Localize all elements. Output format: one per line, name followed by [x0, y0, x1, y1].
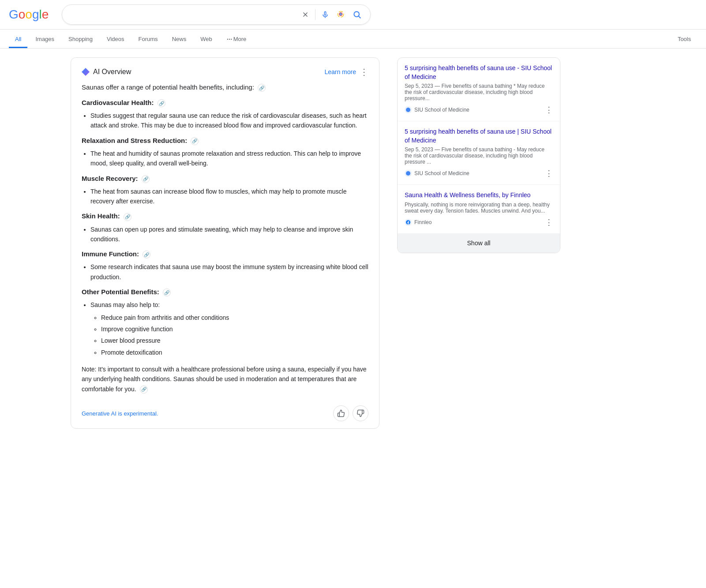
- ai-header-right: Learn more ⋮: [324, 67, 368, 77]
- ai-section-relaxation: Relaxation and Stress Reduction: 🔗 The h…: [82, 137, 368, 169]
- more-dots-icon: [226, 36, 233, 42]
- result-date-2: Sep 5, 2023 — Five benefits of sauna bat…: [405, 146, 553, 165]
- ai-section-cardiovascular: Cardiovascular Health: 🔗 Studies suggest…: [82, 99, 368, 131]
- ai-title: AI Overview: [93, 68, 131, 76]
- ai-section-muscle: Muscle Recovery: 🔗 The heat from saunas …: [82, 175, 368, 206]
- list-item: Lower blood pressure: [101, 336, 368, 345]
- ai-header: AI Overview Learn more ⋮: [82, 67, 368, 77]
- divider: [315, 9, 315, 20]
- section-content-skin: Saunas can open up pores and stimulate s…: [82, 225, 368, 244]
- tab-all[interactable]: All: [9, 31, 27, 48]
- section-title-relaxation: Relaxation and Stress Reduction: 🔗: [82, 137, 368, 145]
- learn-more-link[interactable]: Learn more: [324, 68, 356, 75]
- tab-images[interactable]: Images: [29, 31, 60, 48]
- source-icon-2: [405, 170, 412, 177]
- source-info-1: SIU School of Medicine: [405, 106, 469, 113]
- svg-point-7: [229, 38, 229, 39]
- section-content-relaxation: The heat and humidity of saunas promote …: [82, 149, 368, 169]
- search-icons: [299, 8, 363, 21]
- header: Google sauna benefits: [0, 0, 706, 30]
- show-all-button[interactable]: Show all: [398, 233, 560, 253]
- result-source-2: SIU School of Medicine ⋮: [405, 169, 553, 178]
- source-icon-1: [405, 106, 412, 113]
- ai-footer: Generative AI is experimental.: [82, 401, 368, 421]
- other-link-icon[interactable]: 🔗: [163, 288, 171, 296]
- section-title-cardiovascular: Cardiovascular Health: 🔗: [82, 99, 368, 107]
- result-title-2[interactable]: 5 surprising health benefits of sauna us…: [405, 127, 553, 145]
- section-content-immune: Some research indicates that sauna use m…: [82, 262, 368, 282]
- intro-link-icon[interactable]: 🔗: [258, 84, 266, 92]
- clear-button[interactable]: [299, 8, 312, 21]
- immune-link-icon[interactable]: 🔗: [143, 251, 150, 258]
- ai-diamond-icon: [82, 68, 90, 76]
- section-title-immune: Immune Function: 🔗: [82, 250, 368, 258]
- result-date-1: Sep 5, 2023 — Five benefits of sauna bat…: [405, 83, 553, 101]
- right-results-card: 5 surprising health benefits of sauna us…: [397, 57, 560, 253]
- source-info-3: Finnleo: [405, 219, 432, 226]
- section-content-cardiovascular: Studies suggest that regular sauna use c…: [82, 111, 368, 131]
- cardiovascular-link-icon[interactable]: 🔗: [158, 99, 165, 107]
- thumbs-down-icon: [357, 409, 364, 417]
- search-input[interactable]: sauna benefits: [69, 11, 295, 19]
- ai-overview-box: AI Overview Learn more ⋮ Saunas offer a …: [71, 57, 379, 429]
- list-item: Reduce pain from arthritis and other con…: [101, 313, 368, 322]
- svg-point-4: [354, 11, 360, 17]
- source-icon-3: [405, 219, 412, 226]
- list-item: Promote detoxification: [101, 348, 368, 357]
- content-right: 5 surprising health benefits of sauna us…: [397, 57, 560, 438]
- ai-header-left: AI Overview: [82, 68, 131, 76]
- relaxation-link-icon[interactable]: 🔗: [191, 137, 199, 145]
- result-options-2[interactable]: ⋮: [545, 169, 553, 178]
- main-content: AI Overview Learn more ⋮ Saunas offer a …: [0, 49, 706, 446]
- section-content-other: Saunas may also help to: Reduce pain fro…: [82, 300, 368, 357]
- section-content-muscle: The heat from saunas can increase blood …: [82, 187, 368, 206]
- voice-search-button[interactable]: [319, 8, 331, 21]
- nav-tabs: All Images Shopping Videos Forums News W…: [0, 30, 706, 49]
- tab-tools[interactable]: Tools: [672, 31, 697, 48]
- tab-videos[interactable]: Videos: [101, 31, 131, 48]
- search-bar: sauna benefits: [62, 4, 371, 25]
- generative-note: Generative AI is experimental.: [82, 410, 158, 417]
- mic-icon: [321, 10, 330, 19]
- tab-more[interactable]: More: [220, 31, 253, 48]
- ai-section-other: Other Potential Benefits: 🔗 Saunas may a…: [82, 288, 368, 357]
- result-item-1: 5 surprising health benefits of sauna us…: [398, 58, 560, 121]
- result-title-1[interactable]: 5 surprising health benefits of sauna us…: [405, 64, 553, 81]
- tab-web[interactable]: Web: [194, 31, 218, 48]
- result-source-3: Finnleo ⋮: [405, 217, 553, 227]
- section-title-other: Other Potential Benefits: 🔗: [82, 288, 368, 296]
- thumbs-up-icon: [337, 409, 345, 417]
- search-icon: [353, 10, 361, 19]
- feedback-buttons: [333, 405, 368, 421]
- note-link-icon[interactable]: 🔗: [140, 386, 148, 393]
- tab-shopping[interactable]: Shopping: [62, 31, 99, 48]
- result-title-3[interactable]: Sauna Health & Wellness Benefits, by Fin…: [405, 191, 553, 200]
- ai-options-button[interactable]: ⋮: [360, 67, 368, 77]
- svg-point-9: [406, 108, 410, 112]
- list-item: Improve cognitive function: [101, 324, 368, 334]
- result-options-3[interactable]: ⋮: [545, 217, 553, 227]
- thumbs-down-button[interactable]: [353, 405, 368, 421]
- svg-point-10: [406, 171, 410, 176]
- google-logo[interactable]: Google: [9, 7, 49, 22]
- search-submit-button[interactable]: [351, 8, 363, 21]
- tab-news[interactable]: News: [166, 31, 193, 48]
- ai-section-immune: Immune Function: 🔗 Some research indicat…: [82, 250, 368, 282]
- svg-point-6: [227, 38, 228, 39]
- thumbs-up-button[interactable]: [333, 405, 349, 421]
- search-bar-wrapper: sauna benefits: [62, 4, 371, 25]
- content-left: AI Overview Learn more ⋮ Saunas offer a …: [71, 57, 379, 438]
- svg-line-5: [359, 16, 361, 19]
- skin-link-icon[interactable]: 🔗: [124, 213, 131, 221]
- muscle-link-icon[interactable]: 🔗: [142, 175, 150, 183]
- tab-forums[interactable]: Forums: [132, 31, 164, 48]
- section-title-muscle: Muscle Recovery: 🔗: [82, 175, 368, 183]
- ai-intro: Saunas offer a range of potential health…: [82, 83, 368, 92]
- lens-button[interactable]: [335, 8, 347, 21]
- result-options-1[interactable]: ⋮: [545, 105, 553, 115]
- result-date-3: Physically, nothing is more reinvigorati…: [405, 202, 553, 214]
- result-item-3: Sauna Health & Wellness Benefits, by Fin…: [398, 185, 560, 233]
- result-item-2: 5 surprising health benefits of sauna us…: [398, 121, 560, 185]
- ai-note: Note: It's important to consult with a h…: [82, 364, 368, 394]
- source-info-2: SIU School of Medicine: [405, 170, 469, 177]
